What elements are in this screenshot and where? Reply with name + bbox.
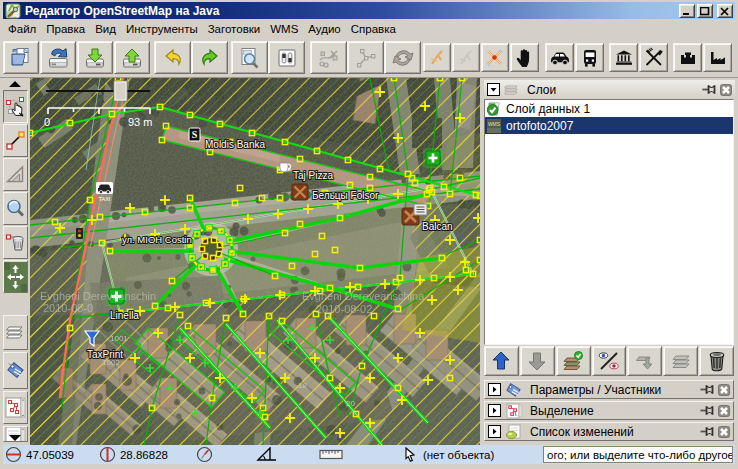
svg-text:TAXI: TAXI	[99, 196, 111, 202]
svg-text:1002: 1002	[102, 358, 120, 367]
svg-text:20: 20	[346, 399, 355, 408]
svg-text:Balcan: Balcan	[422, 221, 453, 232]
svg-text:Evgheni Dereveanschina: Evgheni Dereveanschina	[302, 290, 425, 302]
svg-text:WMS: WMS	[488, 121, 501, 127]
svg-text:Бельцы Folsor: Бельцы Folsor	[312, 190, 379, 201]
svg-text:1001: 1001	[110, 334, 128, 343]
svg-text:Moldis Banka: Moldis Banka	[205, 139, 265, 150]
svg-text:0: 0	[44, 116, 50, 128]
svg-text:2010-08-02: 2010-08-02	[316, 303, 372, 315]
svg-text:ул. МІОН Costin: ул. МІОН Costin	[122, 234, 192, 245]
svg-text:Taj Pizza: Taj Pizza	[293, 170, 333, 181]
svg-text:Linella: Linella	[110, 310, 139, 321]
svg-text:2010-08-0: 2010-08-0	[43, 302, 93, 314]
svg-text:93 m: 93 m	[128, 116, 152, 128]
svg-text:Evgheni Dereveanschin: Evgheni Dereveanschin	[40, 290, 156, 302]
svg-text:S: S	[192, 129, 198, 140]
svg-text:18: 18	[298, 381, 307, 390]
